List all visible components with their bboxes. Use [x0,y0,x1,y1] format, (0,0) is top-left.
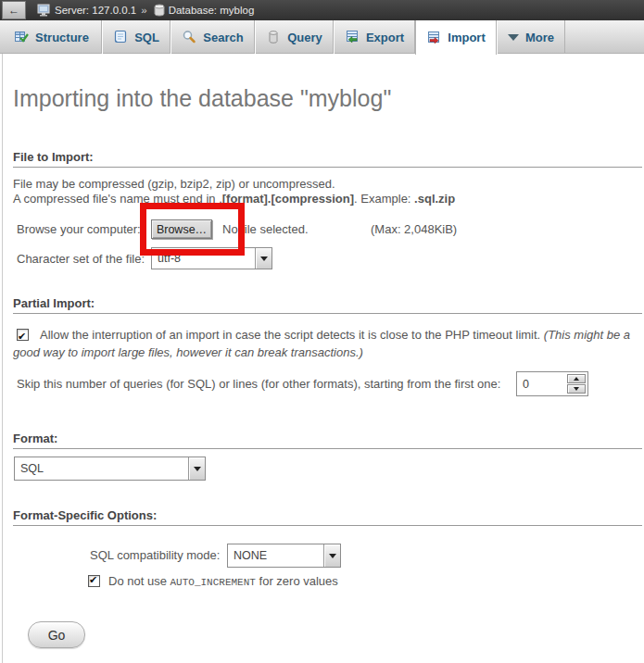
auto-increment-prefix: Do not use [108,574,170,588]
search-icon [182,30,196,44]
tab-sql[interactable]: SQL [102,20,170,54]
skip-queries-value: 0 [517,372,567,395]
section-format-specific-options: Format-Specific Options: [13,508,642,526]
sql-icon [113,30,128,44]
section-heading-label: Format-Specific Options: [13,508,157,522]
format-selected-value: SQL [15,457,188,480]
spin-up-button[interactable] [567,374,586,383]
go-button-label: Go [48,628,66,643]
section-heading-label: Format: [13,432,57,445]
line2-format-pattern: [format].[compression] [222,192,354,206]
breadcrumb-server-link[interactable]: Server: 127.0.0.1 [55,5,136,16]
skip-queries-label: Skip this number of queries (for SQL) or… [17,377,500,391]
spin-down-button[interactable] [567,384,586,394]
line2-example: .sql.zip [414,192,455,206]
tab-query[interactable]: Query [255,20,334,54]
allow-interruption-row: Allow the interruption of an import in c… [13,326,632,361]
export-icon [345,30,360,44]
chevron-down-icon [255,248,271,269]
back-button[interactable]: ← [2,1,26,19]
auto-increment-row: Do not use AUTO_INCREMENT for zero value… [88,574,338,588]
content-left-border [2,54,3,663]
left-arrow-icon: ← [8,4,19,17]
tab-structure[interactable]: Structure [2,20,102,54]
page-title: Importing into the database "myblog" [13,85,391,112]
section-heading-label: Partial Import: [13,296,95,310]
breadcrumb-separator: » [141,5,146,16]
charset-select[interactable]: utf-8 [151,247,272,269]
charset-selected-value: utf-8 [152,248,255,269]
max-size-text: (Max: 2,048KiB) [371,222,457,236]
sql-compat-label: SQL compatibility mode: [90,548,220,562]
tab-bar: Structure SQL Search [0,20,644,54]
auto-increment-suffix: for zero values [256,574,338,588]
query-icon [266,30,281,44]
tab-search[interactable]: Search [170,20,255,54]
structure-icon [14,30,29,44]
server-icon [37,4,51,17]
chevron-down-icon [188,457,205,480]
skip-queries-input[interactable]: 0 [516,371,588,396]
chevron-down-icon [323,544,340,567]
go-button[interactable]: Go [28,621,85,648]
tab-label: Export [366,31,404,44]
tab-label: Query [287,31,322,44]
sql-compat-select[interactable]: NONE [227,544,341,568]
tab-label: Structure [35,31,89,44]
section-file-to-import: File to Import: [13,150,642,168]
no-file-selected-text: No file selected. [222,222,309,236]
section-partial-import: Partial Import: [13,296,642,314]
breadcrumb-database-link[interactable]: Database: myblog [169,5,255,16]
charset-label: Character set of the file: [17,252,145,266]
auto-increment-checkbox[interactable] [88,575,100,587]
tab-label: SQL [134,31,159,44]
chevron-down-icon [508,34,519,41]
line2-prefix: A compressed file's name must end in . [13,192,222,206]
line2-mid: . Example: [354,192,414,206]
tab-import[interactable]: Import [415,20,497,55]
tab-export[interactable]: Export [334,20,415,54]
tab-label: Import [448,31,485,44]
down-arrow-icon [574,387,579,391]
tab-more[interactable]: More [497,20,565,54]
allow-interruption-checkbox[interactable] [17,329,29,341]
section-heading-label: File to Import: [13,150,94,164]
browse-button-label: Browse… [157,223,207,236]
compression-info-line2: A compressed file's name must end in .[f… [13,192,455,206]
browse-button[interactable]: Browse… [151,219,212,239]
import-icon [426,31,441,45]
up-arrow-icon [574,377,579,381]
breadcrumb-bar: ← Server: 127.0.0.1 » Database: myblog [0,0,644,20]
sql-compat-selected-value: NONE [228,544,323,567]
database-icon [154,4,165,17]
browse-label: Browse your computer: [17,222,141,236]
format-select[interactable]: SQL [14,457,206,481]
allow-interruption-label: Allow the interruption of an import in c… [40,328,544,342]
compression-info-line1: File may be compressed (gzip, bzip2, zip… [13,177,335,191]
auto-increment-keyword: AUTO_INCREMENT [170,577,256,588]
tab-label: More [525,31,554,44]
tab-label: Search [203,31,243,44]
section-format: Format: [13,432,642,449]
